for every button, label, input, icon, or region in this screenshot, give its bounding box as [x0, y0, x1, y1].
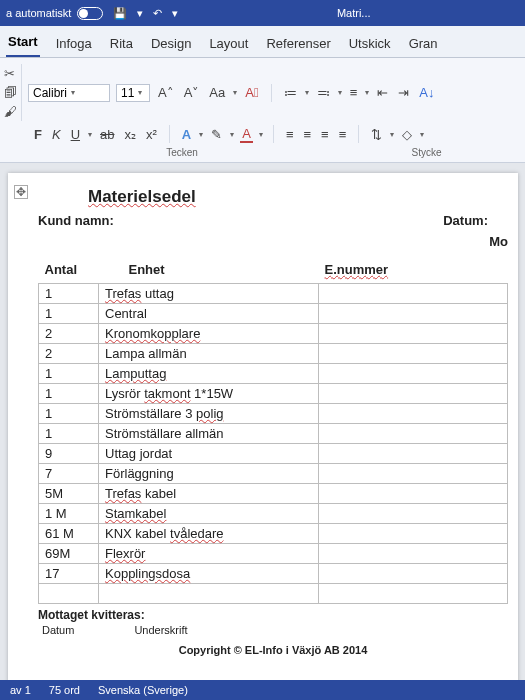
italic-button[interactable]: K: [50, 127, 63, 142]
col-header-enummer[interactable]: E.nummer: [319, 261, 508, 284]
cell-antal[interactable]: 5M: [39, 484, 99, 504]
tab-rita[interactable]: Rita: [108, 32, 135, 57]
table-row[interactable]: 69MFlexrör: [39, 544, 508, 564]
line-spacing-button[interactable]: ⇅: [369, 127, 384, 142]
table-row[interactable]: 9Uttag jordat: [39, 444, 508, 464]
tab-infoga[interactable]: Infoga: [54, 32, 94, 57]
col-header-antal[interactable]: Antal: [39, 261, 99, 284]
cell-enhet[interactable]: KNX kabel tvåledare: [99, 524, 319, 544]
chevron-down-icon[interactable]: ▾: [199, 130, 203, 139]
cell-enhet[interactable]: Trefas uttag: [99, 284, 319, 304]
undo-icon[interactable]: ↶: [153, 7, 162, 20]
table-row[interactable]: 17Kopplingsdosa: [39, 564, 508, 584]
chevron-down-icon[interactable]: ▾: [88, 130, 92, 139]
underline-button[interactable]: U: [69, 127, 82, 142]
text-effects-button[interactable]: A: [180, 127, 193, 142]
chevron-down-icon[interactable]: ▾: [390, 130, 394, 139]
cell-enhet[interactable]: Trefas kabel: [99, 484, 319, 504]
col-header-enhet[interactable]: Enhet: [99, 261, 319, 284]
cell-enummer[interactable]: [319, 584, 508, 604]
copy-icon[interactable]: 🗐: [4, 85, 17, 100]
cell-enummer[interactable]: [319, 484, 508, 504]
align-right-button[interactable]: ≡: [319, 127, 331, 142]
justify-button[interactable]: ≡: [337, 127, 349, 142]
qat-more-icon[interactable]: ▾: [172, 7, 178, 20]
cell-enhet[interactable]: Flexrör: [99, 544, 319, 564]
cell-antal[interactable]: 1: [39, 384, 99, 404]
kund-namn-label[interactable]: Kund namn:: [38, 213, 443, 228]
table-row[interactable]: 1 MStamkabel: [39, 504, 508, 524]
strikethrough-button[interactable]: ab: [98, 127, 116, 142]
highlight-button[interactable]: ✎: [209, 127, 224, 142]
cell-enhet[interactable]: Lamputtag: [99, 364, 319, 384]
tab-referenser[interactable]: Referenser: [264, 32, 332, 57]
cell-enhet[interactable]: Kronomkopplare: [99, 324, 319, 344]
table-row[interactable]: 1Lysrör takmont 1*15W: [39, 384, 508, 404]
format-painter-icon[interactable]: 🖌: [4, 104, 17, 119]
cell-enummer[interactable]: [319, 344, 508, 364]
autosave-toggle[interactable]: a automatiskt: [6, 7, 103, 20]
document-area[interactable]: ✥ Materielsedel Kund namn: Datum: Mo Ant…: [0, 163, 525, 700]
datum-label[interactable]: Datum:: [443, 213, 508, 228]
multilevel-list-button[interactable]: ≡: [348, 85, 360, 100]
page-indicator[interactable]: av 1: [10, 684, 31, 696]
table-row[interactable]: 1Lamputtag: [39, 364, 508, 384]
cell-antal[interactable]: 9: [39, 444, 99, 464]
decrease-indent-button[interactable]: ⇤: [375, 85, 390, 100]
cell-enummer[interactable]: [319, 364, 508, 384]
table-row[interactable]: 5MTrefas kabel: [39, 484, 508, 504]
bullet-list-button[interactable]: ≔: [282, 85, 299, 100]
number-list-button[interactable]: ≕: [315, 85, 332, 100]
save-icon[interactable]: 💾: [113, 7, 127, 20]
table-row[interactable]: 2Kronomkopplare: [39, 324, 508, 344]
cell-enummer[interactable]: [319, 464, 508, 484]
language-indicator[interactable]: Svenska (Sverige): [98, 684, 188, 696]
table-move-handle[interactable]: ✥: [14, 185, 28, 199]
cell-enummer[interactable]: [319, 304, 508, 324]
cell-antal[interactable]: 1: [39, 424, 99, 444]
cell-antal[interactable]: 1: [39, 364, 99, 384]
cell-enummer[interactable]: [319, 384, 508, 404]
grow-font-button[interactable]: A˄: [156, 85, 176, 100]
table-row[interactable]: 1Trefas uttag: [39, 284, 508, 304]
cell-enhet[interactable]: Strömställare 3 polig: [99, 404, 319, 424]
cell-enhet[interactable]: [99, 584, 319, 604]
chevron-down-icon[interactable]: ▾: [420, 130, 424, 139]
bold-button[interactable]: F: [32, 127, 44, 142]
table-row[interactable]: 7Förläggning: [39, 464, 508, 484]
chevron-down-icon[interactable]: ▾: [365, 88, 369, 97]
cell-enummer[interactable]: [319, 424, 508, 444]
toggle-switch[interactable]: [77, 7, 103, 20]
table-row[interactable]: 1Strömställare 3 polig: [39, 404, 508, 424]
align-left-button[interactable]: ≡: [284, 127, 296, 142]
tab-design[interactable]: Design: [149, 32, 193, 57]
page[interactable]: ✥ Materielsedel Kund namn: Datum: Mo Ant…: [8, 173, 518, 700]
cell-enummer[interactable]: [319, 564, 508, 584]
tab-utskick[interactable]: Utskick: [347, 32, 393, 57]
table-row[interactable]: [39, 584, 508, 604]
cell-enummer[interactable]: [319, 444, 508, 464]
cut-icon[interactable]: ✂: [4, 66, 17, 81]
shrink-font-button[interactable]: A˅: [182, 85, 202, 100]
sort-button[interactable]: A↓: [417, 85, 436, 100]
chevron-down-icon[interactable]: ▾: [233, 88, 237, 97]
cell-enummer[interactable]: [319, 504, 508, 524]
cell-antal[interactable]: 61 M: [39, 524, 99, 544]
cell-antal[interactable]: 1: [39, 404, 99, 424]
cell-enhet[interactable]: Lampa allmän: [99, 344, 319, 364]
font-color-button[interactable]: A: [240, 126, 253, 143]
signature-block[interactable]: Mottaget kvitteras: Datum Underskrift: [38, 608, 508, 636]
cell-antal[interactable]: 1 M: [39, 504, 99, 524]
cell-enhet[interactable]: Strömställare allmän: [99, 424, 319, 444]
change-case-button[interactable]: Aa: [207, 85, 227, 100]
cell-antal[interactable]: 17: [39, 564, 99, 584]
cell-enhet[interactable]: Uttag jordat: [99, 444, 319, 464]
table-row[interactable]: 1Central: [39, 304, 508, 324]
tab-granska[interactable]: Gran: [407, 32, 440, 57]
cell-enummer[interactable]: [319, 524, 508, 544]
word-count[interactable]: 75 ord: [49, 684, 80, 696]
cell-enhet[interactable]: Förläggning: [99, 464, 319, 484]
chevron-down-icon[interactable]: ▾: [230, 130, 234, 139]
cell-antal[interactable]: 2: [39, 324, 99, 344]
cell-antal[interactable]: 1: [39, 304, 99, 324]
